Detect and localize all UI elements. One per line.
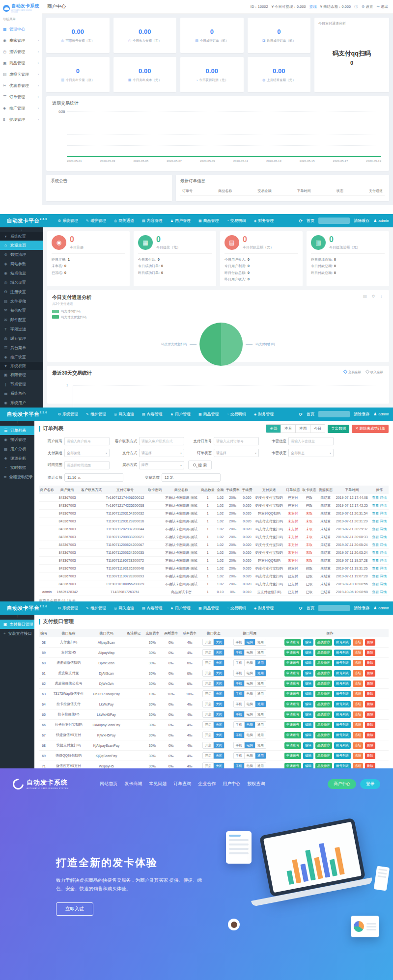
payment-sidebar-item[interactable]: + 安装支付接口 (0, 629, 34, 638)
detail-link[interactable]: 详情 (380, 527, 387, 531)
payment-order-no-input[interactable] (214, 437, 259, 445)
payment-channel-select[interactable]: 全部渠道▾ (64, 449, 110, 457)
avail-pc-option[interactable]: 电脑 (244, 763, 255, 768)
sort-button[interactable]: 品类排序 (315, 701, 332, 708)
view-link[interactable]: 查看 (372, 590, 379, 594)
search-button[interactable]: 搜 索 (188, 461, 212, 469)
toggle-on-option[interactable]: 开启 (203, 711, 213, 717)
edit-button[interactable]: 编辑 (303, 650, 313, 656)
toggle-off-option[interactable]: 关闭 (213, 732, 224, 738)
clear-cache-link[interactable]: 清除缓存 (354, 411, 369, 417)
avail-pc-option[interactable]: 电脑 (244, 681, 255, 686)
landing-nav-item[interactable]: 授权查询 (247, 781, 265, 787)
view-link[interactable]: 查看 (372, 535, 379, 539)
detail-link[interactable]: 详情 (380, 504, 387, 507)
account-list-button[interactable]: 账号列表 (334, 639, 351, 646)
avail-all-option[interactable]: 通用 (255, 650, 266, 655)
edit-button[interactable]: 编辑 (303, 691, 313, 697)
account-list-button[interactable]: 账号列表 (334, 691, 351, 697)
avail-pc-option[interactable]: 电脑 (244, 753, 255, 759)
avail-all-option[interactable]: 通用 (255, 670, 266, 676)
orders-sidebar-item[interactable]: ◈ 渠道分析 (0, 454, 34, 463)
detail-link[interactable]: 详情 (380, 535, 387, 539)
toggle-on-option[interactable]: 开启 (203, 639, 213, 645)
account-list-button[interactable]: 账号列表 (334, 753, 351, 759)
detail-link[interactable]: 详情 (380, 543, 387, 546)
range-tab[interactable]: 本周 (295, 425, 310, 433)
user-menu[interactable]: ♟admin (373, 412, 389, 416)
toggle-off-option[interactable]: 关闭 (213, 753, 224, 759)
edit-button[interactable]: 编辑 (303, 701, 313, 708)
admin-sidebar-item[interactable]: ◈ 网站参数 (0, 259, 43, 269)
sidebar-menu-item[interactable]: ▣ 商品管理 › (0, 57, 42, 69)
toggle-off-option[interactable]: 关闭 (213, 681, 224, 686)
freeze-button[interactable]: 冻结 (353, 742, 363, 749)
account-list-button[interactable]: 账号列表 (334, 660, 351, 666)
freeze-button[interactable]: 冻结 (353, 753, 363, 759)
platform-nav-item[interactable]: ▦ 商品管理 (195, 214, 223, 227)
edit-button[interactable]: 编辑 (303, 670, 313, 677)
platform-nav-item[interactable]: ⚙ 系统管理 (54, 214, 82, 227)
platform-nav-item[interactable]: ⚙ 系统管理 (54, 601, 82, 615)
edit-button[interactable]: 编辑 (303, 660, 313, 666)
platform-brand[interactable]: 自动发卡平台2.3.0 (4, 605, 50, 612)
admin-sidebar-item[interactable]: ⚙ 注册设置 (0, 287, 43, 297)
landing-nav-item[interactable]: 订单查询 (173, 781, 191, 787)
landing-nav-item[interactable]: 常见问题 (149, 781, 167, 787)
toggle-off-option[interactable]: 关闭 (213, 763, 224, 768)
platform-nav-item[interactable]: ✎ 维护管理 (82, 408, 110, 421)
toggle-off-option[interactable]: 关闭 (213, 691, 224, 697)
edit-button[interactable]: 编辑 (303, 763, 313, 769)
delete-unpaid-orders-button[interactable]: ✕ 删除未成功订单 (352, 425, 389, 433)
admin-sidebar-item[interactable]: ◈ 推广设置 (0, 353, 43, 362)
freeze-button[interactable]: 冻结 (353, 681, 363, 687)
apply-account-button[interactable]: 申请账号 (284, 681, 301, 687)
merchant-center-button[interactable]: 商户中心 (328, 779, 356, 789)
toggle-on-option[interactable]: 开启 (203, 722, 213, 728)
sidebar-menu-item[interactable]: $ 提现管理 › (0, 114, 42, 125)
landing-nav-item[interactable]: 网站首页 (100, 781, 117, 787)
platform-nav-item[interactable]: ◎ 网关通道 (110, 408, 138, 421)
account-list-button[interactable]: 账号列表 (334, 670, 351, 677)
withdraw-link[interactable]: 提现 (309, 4, 317, 9)
clear-cache-link[interactable]: 清除缓存 (354, 605, 369, 611)
sidebar-menu-item[interactable]: ✂ 优惠券管理 › (0, 80, 42, 91)
admin-sidebar-item[interactable]: ☰ 系统角色 (0, 389, 43, 398)
platform-nav-item[interactable]: ◈ 财务管理 (250, 408, 278, 421)
avail-pc-option[interactable]: 电脑 (244, 670, 255, 676)
home-link[interactable]: 首页 (307, 411, 314, 417)
merchant-account-input[interactable] (64, 437, 110, 445)
platform-nav-item[interactable]: ▤ 内容管理 (138, 214, 167, 227)
account-list-button[interactable]: 账号列表 (334, 763, 351, 769)
avail-all-option[interactable]: 通用 (255, 711, 266, 717)
avail-all-option[interactable]: 通用 (255, 763, 266, 768)
view-link[interactable]: 查看 (372, 519, 379, 523)
admin-sidebar-item[interactable]: T 字段过滤 (0, 325, 43, 334)
order-status-select[interactable]: 请选择▾ (214, 449, 259, 457)
admin-sidebar-item[interactable]: ▾ 系统权限 (0, 362, 43, 370)
toggle-on-option[interactable]: 开启 (203, 681, 213, 686)
landing-logo[interactable]: 自动发卡系统 AUTOMATIC CARD ISSUING SYSTEM (13, 778, 68, 789)
avail-mobile-option[interactable]: 手机 (234, 753, 244, 759)
freeze-button[interactable]: 冻结 (353, 732, 363, 738)
payment-method-select[interactable]: 请选择▾ (139, 449, 184, 457)
sort-button[interactable]: 品类排序 (315, 650, 332, 656)
avail-pc-option[interactable]: 电脑 (244, 650, 255, 655)
avail-mobile-option[interactable]: 手机 (234, 660, 244, 666)
toggle-on-option[interactable]: 开启 (203, 670, 213, 676)
detail-link[interactable]: 详情 (380, 496, 387, 499)
edit-button[interactable]: 编辑 (303, 639, 313, 646)
sidebar-menu-item[interactable]: ☰ 订单管理 › (0, 91, 42, 103)
freeze-button[interactable]: 冻结 (353, 711, 363, 718)
view-link[interactable]: 查看 (372, 567, 379, 570)
avail-mobile-option[interactable]: 手机 (234, 722, 244, 728)
platform-nav-item[interactable]: ⚙ 系统管理 (54, 408, 82, 421)
platform-nav-item[interactable]: ◎ 网关通道 (110, 214, 138, 227)
view-link[interactable]: 查看 (372, 574, 379, 578)
avail-all-option[interactable]: 通用 (255, 691, 266, 697)
logout-button[interactable]: ↪ 退出 (377, 4, 388, 9)
landing-nav-item[interactable]: 企业合作 (198, 781, 216, 787)
detail-link[interactable]: 详情 (380, 551, 387, 554)
avail-pc-option[interactable]: 电脑 (244, 701, 255, 707)
platform-nav-item[interactable]: ◈ 财务管理 (250, 601, 278, 615)
